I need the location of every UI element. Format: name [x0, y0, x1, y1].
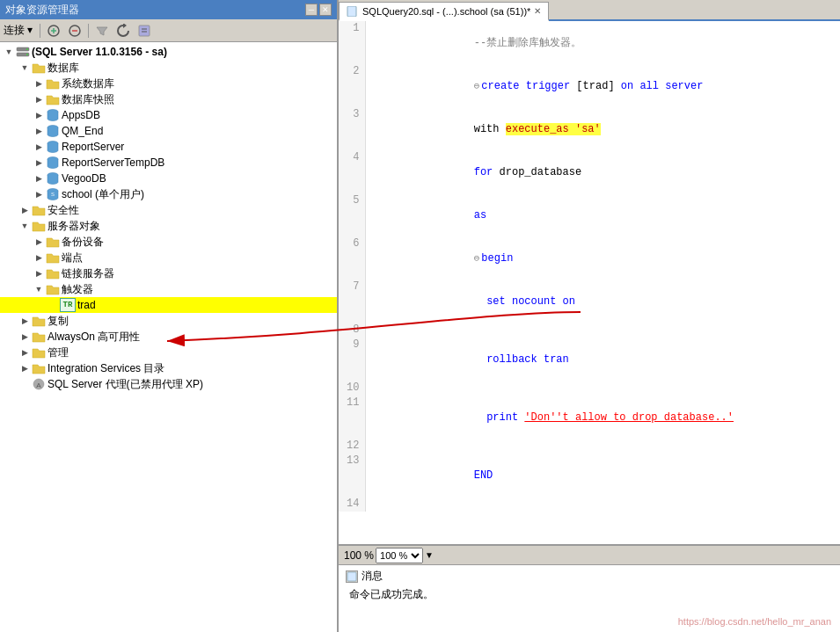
- kw-create: create trigger: [481, 80, 570, 92]
- db-reportservertempdb[interactable]: ▶ ReportServerTempDB: [0, 155, 337, 171]
- integration-services[interactable]: ▶ Integration Services 目录: [0, 360, 337, 376]
- root-label: (SQL Server 11.0.3156 - sa): [32, 46, 167, 58]
- code-line-7: 7 set nocount on: [339, 280, 840, 323]
- query-tab[interactable]: SQLQuery20.sql - (...).school (sa (51))*…: [339, 2, 549, 21]
- kw-begin: begin: [481, 252, 513, 265]
- snapshot-label: 数据库快照: [62, 92, 114, 107]
- zoom-select[interactable]: 100 % 75 % 125 %: [376, 548, 423, 563]
- svg-point-8: [26, 54, 28, 55]
- folder-icon-mg: [32, 345, 46, 360]
- panel-titlebar: 对象资源管理器 ─ ✕: [0, 0, 337, 19]
- toolbar-report-icon[interactable]: [135, 22, 154, 40]
- panel-controls: ─ ✕: [305, 4, 332, 16]
- replication-label: 复制: [47, 314, 69, 329]
- agent-icon: A: [32, 377, 46, 391]
- code-line-10: 10: [339, 381, 840, 396]
- databases-folder[interactable]: ▼ 数据库: [0, 60, 337, 76]
- trigger-icon: TR: [60, 298, 76, 312]
- toolbar-filter-icon[interactable]: [92, 22, 112, 40]
- db-qmend[interactable]: ▶ QM_End: [0, 123, 337, 139]
- print-string: 'Don''t allow to drop database..': [524, 411, 734, 424]
- sql-agent[interactable]: A SQL Server 代理(已禁用代理 XP): [0, 376, 337, 392]
- indent-9: [474, 353, 486, 366]
- trigger-trad[interactable]: TR trad: [0, 297, 337, 313]
- indent-11: [474, 411, 486, 424]
- kw-on: on all server: [621, 80, 704, 92]
- with-text: with: [474, 123, 506, 135]
- indent-7: [474, 295, 486, 308]
- triggers-folder[interactable]: ▼ 触发器: [0, 281, 337, 297]
- db-vegoodb[interactable]: ▶ VegooDB: [0, 171, 337, 186]
- db-icon-rstmp: [46, 156, 60, 170]
- expand-icon-mg: ▶: [18, 345, 32, 360]
- db-reportserver[interactable]: ▶ ReportServer: [0, 139, 337, 155]
- db-snapshot[interactable]: ▶ 数据库快照: [0, 91, 337, 107]
- svg-text:A: A: [36, 381, 41, 389]
- toolbar-refresh-icon[interactable]: [113, 22, 133, 40]
- expand-icon: ▶: [32, 108, 46, 122]
- kw-rollback: rollback tran: [486, 353, 569, 366]
- server-icon: [16, 45, 30, 59]
- expand-icon-trig: ▼: [32, 282, 46, 296]
- code-line-12: 12: [339, 439, 840, 454]
- pin-button[interactable]: ─: [305, 4, 318, 16]
- code-line-1: 1 --禁止删除库触发器。: [339, 21, 840, 64]
- svg-rect-19: [347, 572, 356, 581]
- line-num-8: 8: [339, 323, 365, 338]
- qmend-label: QM_End: [62, 125, 103, 137]
- reportserver-label: ReportServer: [62, 141, 124, 153]
- expand-icon: ▶: [32, 266, 46, 280]
- folder-icon-is: [32, 361, 46, 375]
- code-content-3: with execute_as 'sa': [365, 107, 840, 150]
- toolbar-separator: [40, 24, 40, 38]
- expand-icon-trad: [46, 298, 60, 312]
- backup-devices[interactable]: ▶ 备份设备: [0, 234, 337, 250]
- close-button[interactable]: ✕: [319, 4, 332, 16]
- zoom-label: 100 %: [344, 549, 374, 562]
- code-editor[interactable]: 1 --禁止删除库触发器。 2 ⊖create trigger [trad] o…: [339, 21, 840, 544]
- db-school[interactable]: ▶ S school (单个用户): [0, 186, 337, 202]
- folder-icon-ep: [46, 251, 60, 265]
- line-num-5: 5: [339, 193, 365, 236]
- execute-as-highlighted: execute_as 'sa': [506, 123, 601, 135]
- linked-servers[interactable]: ▶ 链接服务器: [0, 265, 337, 281]
- expand-icon: ▶: [32, 124, 46, 138]
- toolbar-connect-icon[interactable]: [44, 22, 63, 40]
- folder-icon-ls: [46, 266, 60, 280]
- system-db[interactable]: ▶ 系统数据库: [0, 76, 337, 91]
- expand-icon-agent: [18, 377, 32, 391]
- security-folder[interactable]: ▶ 安全性: [0, 202, 337, 218]
- expand-icon-rep: ▶: [18, 314, 32, 328]
- trigger-name-bracket: [trad]: [570, 80, 621, 92]
- replication-folder[interactable]: ▶ 复制: [0, 313, 337, 329]
- code-content-7: set nocount on: [365, 280, 840, 323]
- appsdb-label: AppsDB: [62, 109, 100, 121]
- expand-icon-sec: ▶: [18, 203, 32, 217]
- management-folder[interactable]: ▶ 管理: [0, 345, 337, 360]
- code-content-5: as: [365, 193, 840, 236]
- folder-icon-so: [32, 219, 46, 233]
- code-line-5: 5 as: [339, 193, 840, 236]
- toolbar-disconnect-icon[interactable]: [65, 22, 84, 40]
- folder-icon-sec: [32, 203, 46, 217]
- line-num-13: 13: [339, 454, 365, 497]
- svg-text:S: S: [51, 192, 55, 197]
- zoom-control: 100 % 100 % 75 % 125 % ▼: [344, 548, 434, 563]
- line-num-11: 11: [339, 396, 365, 439]
- connect-label: 连接 ▾: [4, 23, 33, 38]
- db-appsdb[interactable]: ▶ AppsDB: [0, 107, 337, 123]
- linked-servers-label: 链接服务器: [62, 266, 114, 281]
- result-message: 命令已成功完成。: [346, 587, 833, 602]
- tree-root[interactable]: ▼ (SQL Server 11.0.3156 - sa): [0, 44, 337, 60]
- db-icon-rs: [46, 140, 60, 154]
- code-line-13: 13 END: [339, 454, 840, 497]
- code-content-14: [365, 497, 840, 512]
- server-objects-label: 服务器对象: [47, 219, 100, 234]
- tab-close-btn[interactable]: ✕: [534, 6, 541, 16]
- backup-label: 备份设备: [62, 235, 104, 250]
- alwayson-folder[interactable]: ▶ AlwaysOn 高可用性: [0, 329, 337, 345]
- svg-rect-2: [139, 25, 150, 36]
- endpoints[interactable]: ▶ 端点: [0, 250, 337, 265]
- code-line-8: 8: [339, 323, 840, 338]
- server-objects-folder[interactable]: ▼ 服务器对象: [0, 218, 337, 234]
